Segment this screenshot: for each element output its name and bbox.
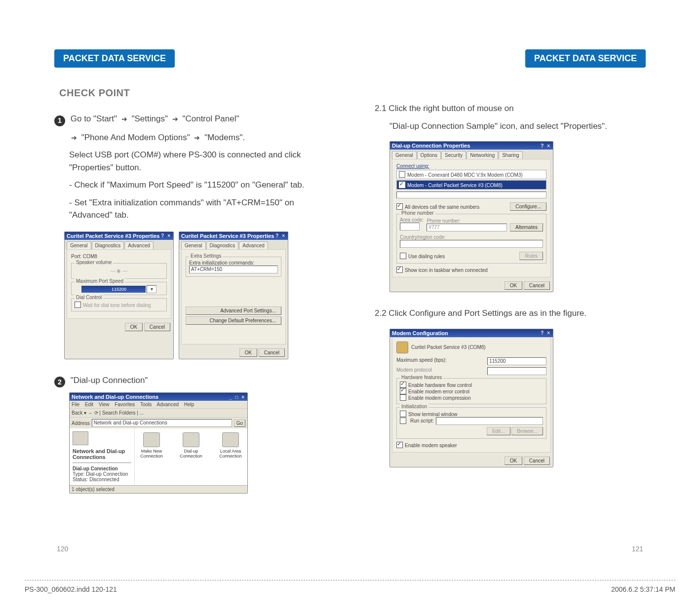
extra-cmd-input[interactable]: AT+CRM=150 — [189, 266, 278, 273]
phone-number-input[interactable]: #777 — [427, 224, 507, 231]
modem-option-selected[interactable]: Modem - Curitel Packet Service #3 (COM8) — [396, 180, 546, 190]
footer-file: PS-300_060602.indd 120-121 — [25, 585, 117, 593]
status-bar: 1 object(s) selected — [70, 485, 247, 493]
right-header-badge: PACKET DATA SERVICE — [525, 49, 646, 68]
window-buttons-icon: _ □ × — [229, 394, 245, 400]
lan-connection-icon[interactable]: Local Area Connection — [216, 432, 245, 481]
step-2: 2 "Dial-up Connection" — [54, 374, 325, 388]
step-2-number: 2 — [54, 377, 65, 387]
dialog-tabs: GeneralDiagnosticsAdvanced — [179, 240, 288, 249]
window-buttons-icon: ? × — [541, 330, 551, 336]
dialup-connection-icon[interactable]: Dial-up Connection — [176, 432, 206, 481]
step1-line2: ➔ "Phone And Modem Options" ➔ "Modems". — [69, 131, 325, 144]
make-new-connection-icon[interactable]: Make New Connection — [137, 432, 166, 481]
properties-advanced-dialog: Curitel Packet Service #3 Properties? × … — [179, 231, 288, 359]
window-buttons-icon: ? × — [161, 233, 171, 238]
toolbar: Back ▾ → ⟳ | Search Folders | ... — [70, 408, 247, 417]
modem-icon — [396, 342, 408, 353]
page-number-right: 121 — [632, 545, 643, 553]
rules-button[interactable]: Rules — [519, 252, 543, 260]
ok-button[interactable]: OK — [125, 323, 143, 331]
step1-bullet2: - Set "Extra initialization commands" wi… — [69, 196, 325, 222]
configure-button[interactable]: Configure... — [510, 202, 546, 211]
window-buttons-icon: ? × — [275, 233, 286, 238]
adv-port-button[interactable]: Advanced Port Settings... — [186, 306, 281, 315]
step1-line3: Select USB port (COM#) where PS-300 is c… — [69, 149, 325, 174]
left-page: PACKET DATA SERVICE CHECK POINT 1 Go to … — [54, 49, 325, 494]
dialog-tabs: GeneralDiagnosticsAdvanced — [65, 240, 173, 249]
modem-configuration-dialog: Modem Configuration? × Curitel Packet Se… — [389, 329, 553, 467]
arrow-icon: ➔ — [172, 115, 178, 123]
edit-button[interactable]: Edit... — [487, 427, 510, 435]
cancel-button[interactable]: Cancel — [259, 348, 285, 357]
dialog-tabs: GeneralOptionsSecurityNetworkingSharing — [390, 150, 553, 159]
step-2-1-line1: 2.1 Click the right button of mouse on — [375, 102, 646, 115]
step-1: 1 Go to "Start" ➔ "Settings" ➔ "Control … — [54, 113, 325, 126]
right-page: PACKET DATA SERVICE 2.1 Click the right … — [375, 49, 646, 494]
cancel-button[interactable]: Cancel — [144, 323, 170, 331]
browse-button[interactable]: Browse... — [511, 427, 543, 435]
footer-timestamp: 2006.6.2 5:37:14 PM — [611, 585, 675, 593]
step-2-1-line2: "Dial-up Connection Sample" icon, and se… — [389, 120, 646, 133]
dialup-properties-dialog: Dial-up Connection Properties? × General… — [389, 141, 553, 292]
step1-part3: "Control Panel" — [182, 114, 239, 123]
print-footer: PS-300_060602.indd 120-121 2006.6.2 5:37… — [25, 580, 675, 593]
max-speed-select[interactable]: 115200 — [487, 357, 546, 365]
arrow-icon: ➔ — [194, 134, 200, 142]
ok-button[interactable]: OK — [505, 457, 522, 465]
alternates-button[interactable]: Alternates — [510, 223, 543, 231]
arrow-icon: ➔ — [71, 134, 77, 142]
address-bar[interactable]: Network and Dial-up Connections — [92, 419, 232, 427]
ok-button[interactable]: OK — [239, 348, 257, 357]
check-point-heading: CHECK POINT — [59, 87, 325, 99]
go-button[interactable]: Go — [234, 420, 245, 427]
arrow-icon: ➔ — [121, 115, 127, 123]
ok-button[interactable]: OK — [505, 281, 522, 290]
menubar: File Edit View Favorites Tools Advanced … — [70, 401, 247, 408]
modem-option[interactable]: Modem - Conexant D480 MDC V.9x Modem (CO… — [396, 170, 546, 179]
cancel-button[interactable]: Cancel — [524, 281, 550, 290]
step-1-number: 1 — [54, 115, 65, 126]
step1-part1: Go to "Start" — [71, 114, 119, 123]
window-buttons-icon: ? × — [541, 143, 551, 149]
step1-bullet1: - Check if "Maximum Port Speed" is "1152… — [69, 179, 325, 191]
network-dialup-window: Network and Dial-up Connections_ □ × Fil… — [69, 392, 248, 494]
properties-general-dialog: Curitel Packet Service #3 Properties? × … — [64, 231, 174, 359]
step-2-2: 2.2 Click Configure and Port Settings ar… — [375, 307, 646, 320]
connections-icons: Make New Connection Dial-up Connection L… — [135, 428, 247, 485]
page-number-left: 120 — [57, 545, 68, 553]
change-default-button[interactable]: Change Default Preferences... — [186, 316, 281, 325]
left-header-badge: PACKET DATA SERVICE — [54, 49, 175, 68]
cancel-button[interactable]: Cancel — [524, 457, 550, 465]
step1-part2: "Settings" — [131, 114, 170, 123]
